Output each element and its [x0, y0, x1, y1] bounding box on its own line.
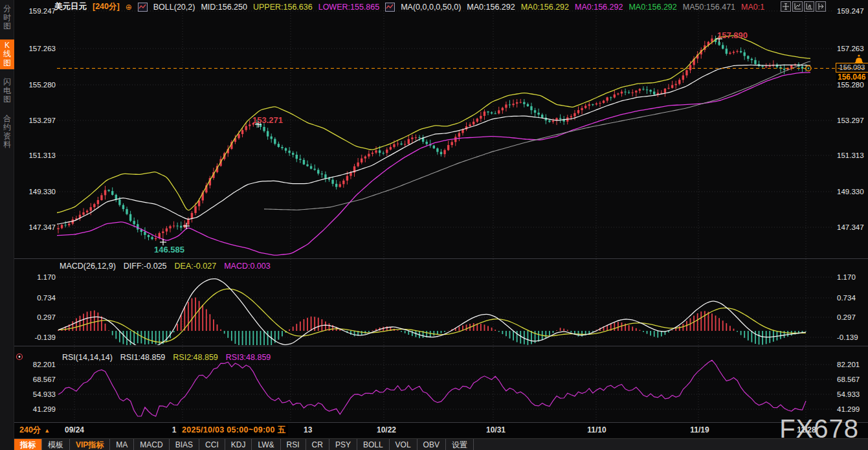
toolbar-tab-MA[interactable]: MA [110, 439, 134, 450]
rsi-header: RSI(14,14,14) RSI1:48.859 RSI2:48.859 RS… [62, 353, 271, 362]
boll-lower-value: LOWER:155.865 [318, 3, 380, 12]
price-tick-label: 153.297 [837, 117, 868, 124]
timeframe-selector[interactable]: 240分▲ [19, 425, 50, 436]
date-tick-label: 09/24 [65, 425, 84, 434]
boll-upper-value: UPPER:156.636 [253, 3, 313, 12]
price-tick-label: 41.299 [16, 405, 56, 413]
ma-value: MA0:156.292 [467, 3, 515, 12]
bar-time-tooltip: 2025/10/03 05:00~09:00 五 [179, 424, 288, 436]
trading-terminal: 153.271146.585157.890 分时图K线图闪电图合约资料 美元日元… [0, 0, 868, 450]
boll-params: BOLL(20,2) [153, 3, 195, 12]
macd-value: MACD:0.003 [224, 262, 271, 271]
toolbar-tab-PSY[interactable]: PSY [329, 439, 357, 450]
toolbar-tab-VOL[interactable]: VOL [390, 439, 417, 450]
price-tick-label: 149.330 [837, 188, 868, 196]
price-tick-label: 147.347 [16, 223, 56, 231]
price-tick-label: 149.330 [16, 188, 56, 196]
price-tick-label: 153.297 [16, 117, 56, 124]
move-right-icon[interactable] [816, 1, 826, 12]
alert-line-icon[interactable] [806, 66, 811, 71]
pan-crosshair-icon[interactable] [781, 1, 791, 12]
toolbar-tab-指标[interactable]: 指标 [14, 439, 42, 450]
toolbar-tab-VIP指标[interactable]: VIP指标 [70, 439, 110, 450]
price-tick-label: 155.280 [16, 81, 56, 89]
toolbar-tab-BIAS[interactable]: BIAS [170, 439, 199, 450]
price-tick-label: 1.170 [16, 273, 56, 281]
ma-value: MA0:156.292 [575, 3, 623, 12]
ma-indicator-icon [385, 3, 395, 12]
scale-price-icon[interactable] [792, 1, 803, 12]
symbol-name: 美元日元 [54, 1, 87, 12]
last-price-label: 156.046 [836, 73, 867, 82]
price-tick-label: 159.247 [837, 7, 868, 15]
timeframe-label: [240分] [93, 1, 120, 12]
indicator-toolbar: 指标模板VIP指标MAMACDBIASCCIKDJLW&RSICRPSYBOLL… [14, 438, 868, 450]
price-tick-label: 155.280 [837, 81, 868, 89]
rsi2-value: RSI2:48.859 [173, 353, 218, 362]
toolbar-tab-CCI[interactable]: CCI [199, 439, 225, 450]
toolbar-tab-LW&[interactable]: LW& [252, 439, 280, 450]
ma-values: MA0:156.292MA0:156.292MA0:156.292MA0:156… [467, 3, 764, 12]
price-tick-label: 157.263 [16, 45, 56, 52]
indicator-header-bar: 美元日元 [240分] ⊕ BOLL(20,2) MID:156.250 UPP… [54, 1, 764, 12]
sidebar-item-2[interactable]: K线图 [0, 39, 14, 70]
add-indicator-icon[interactable]: ⊕ [126, 3, 132, 12]
macd-params: MACD(26,12,9) [60, 262, 116, 271]
alert-bell-icon[interactable] [854, 54, 863, 63]
date-tick-label: 11/10 [587, 425, 606, 434]
rsi-params: RSI(14,14,14) [62, 353, 113, 362]
price-tick-label: 0.297 [16, 313, 56, 321]
scale-time-icon[interactable] [804, 1, 814, 12]
price-tick-label: 151.313 [837, 152, 868, 159]
price-tick-label: 41.299 [837, 405, 868, 413]
toolbar-tab-OBV[interactable]: OBV [417, 439, 446, 450]
date-tick-label: 10/31 [486, 425, 506, 434]
boll-indicator-icon [138, 3, 148, 12]
price-extreme-annotation: 146.585 [154, 245, 184, 254]
time-label-fragment: 13 [304, 425, 312, 434]
toolbar-tab-设置[interactable]: 设置 [446, 439, 474, 450]
price-tick-label: 54.933 [16, 390, 56, 398]
toolbar-tab-BOLL[interactable]: BOLL [357, 439, 390, 450]
toolbar-tab-CR[interactable]: CR [306, 439, 329, 450]
price-tick-label: 82.201 [16, 361, 56, 368]
price-tick-label: 82.201 [837, 361, 868, 368]
time-axis: 1 2025/10/03 05:00~09:00 五 13 09/2410/22… [14, 423, 868, 438]
rsi-panel [58, 360, 806, 416]
sidebar-item-1[interactable]: 分时图 [0, 3, 14, 33]
ma-value: MA0:156.292 [521, 3, 569, 12]
ma-params: MA(0,0,0,0,50,0) [401, 3, 461, 12]
price-tick-label: -0.139 [837, 333, 868, 341]
macd-header: MACD(26,12,9) DIFF:-0.025 DEA:-0.027 MAC… [60, 262, 271, 271]
price-tick-label: 1.170 [837, 273, 868, 281]
boll-mid-value: MID:156.250 [201, 3, 247, 12]
fx678-watermark: FX678 [779, 414, 859, 444]
price-tick-label: 0.297 [837, 313, 868, 321]
sidebar-item-4[interactable]: 合约资料 [0, 113, 14, 152]
price-tick-label: 157.263 [837, 45, 868, 52]
sidebar-item-3[interactable]: 闪电图 [0, 76, 14, 106]
price-tick-label: 151.313 [16, 152, 56, 159]
price-tick-label: 0.734 [16, 294, 56, 302]
rsi1-value: RSI1:48.859 [120, 353, 166, 362]
toolbar-tab-KDJ[interactable]: KDJ [225, 439, 252, 450]
chevron-up-icon: ▲ [44, 427, 50, 434]
macd-panel [58, 279, 806, 352]
date-tick-label: 11/19 [690, 425, 709, 434]
date-tick-label: 10/22 [377, 425, 396, 434]
price-tick-label: 0.734 [837, 294, 868, 302]
toolbar-tab-模板[interactable]: 模板 [42, 439, 70, 450]
toolbar-tab-MACD[interactable]: MACD [134, 439, 169, 450]
macd-diff-value: DIFF:-0.025 [124, 262, 167, 271]
price-tick-label: 54.933 [837, 390, 868, 398]
chart-window-controls [781, 1, 826, 12]
toolbar-tab-RSI[interactable]: RSI [281, 439, 306, 450]
time-label-fragment: 1 [172, 425, 177, 434]
price-tick-label: -0.139 [16, 333, 56, 341]
price-extreme-annotation: 157.890 [717, 30, 748, 40]
ma-value: MA0:156.292 [629, 3, 676, 12]
rsi3-value: RSI3:48.859 [226, 353, 271, 362]
chart-canvas[interactable]: 153.271146.585157.890 [0, 0, 868, 450]
alert-price-label[interactable]: 156.093 [836, 63, 868, 73]
chart-type-sidebar: 分时图K线图闪电图合约资料 [0, 0, 14, 450]
